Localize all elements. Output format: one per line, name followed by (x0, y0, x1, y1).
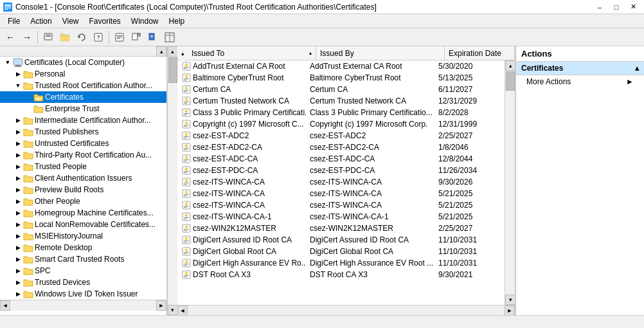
close-button[interactable]: ✕ (625, 0, 641, 14)
tree-expand-btn[interactable]: ▶ (13, 196, 23, 206)
tree-expand-btn[interactable]: ▼ (3, 57, 13, 68)
tree-expand-btn[interactable]: ▶ (13, 69, 23, 79)
tree-expand-btn[interactable]: ▶ (13, 289, 23, 299)
menu-window[interactable]: Window (126, 15, 164, 27)
sync-button[interactable] (74, 30, 89, 45)
tree-item[interactable]: ▶Trusted People (0, 161, 166, 172)
forward-button[interactable]: → (19, 30, 35, 45)
tree-expand-btn[interactable]: ▶ (13, 277, 23, 287)
tree-item[interactable]: ▶MSIEHistoryJournal (0, 230, 166, 242)
tree-item[interactable]: Enterprise Trust (0, 103, 166, 114)
tree-hscroll-right[interactable]: ► (156, 300, 166, 311)
tree-expand-btn[interactable]: ▶ (13, 138, 23, 149)
restore-button[interactable]: □ (608, 0, 625, 14)
tree-item[interactable]: ▶Intermediate Certification Author... (0, 114, 166, 126)
tree-scroll-track[interactable] (168, 57, 178, 305)
tree-scroll-thumb[interactable] (168, 57, 177, 83)
tree-expand-btn[interactable]: ▶ (13, 254, 23, 264)
export-button[interactable] (129, 30, 144, 45)
tree-item[interactable]: ▶SPC (0, 265, 166, 277)
cert-scroll-track[interactable] (505, 71, 515, 295)
tree-scroll-up-btn[interactable]: ▴ (156, 46, 166, 57)
tree-hscroll-track[interactable] (10, 300, 156, 311)
cert-scroll-up[interactable]: ▴ (505, 60, 515, 71)
menu-help[interactable]: Help (164, 15, 190, 27)
tree-scroll-up[interactable]: ▴ (168, 46, 178, 57)
tree-item[interactable]: ▼Trusted Root Certification Author... (0, 80, 166, 91)
properties-button[interactable] (112, 30, 127, 45)
tree-item[interactable]: ▶Client Authentication Issuers (0, 172, 166, 184)
tree-item[interactable]: ▶Remote Desktop (0, 242, 166, 253)
cert-list[interactable]: AddTrust External CA Root AddTrust Exter… (177, 60, 505, 305)
tree-expand-btn[interactable]: ▶ (13, 150, 23, 160)
tree-expand-btn[interactable]: ▶ (13, 219, 23, 230)
tree-hscroll-left[interactable]: ◄ (0, 300, 10, 311)
cert-row[interactable]: csez-ITS-WINCA-CA csez-ITS-WINCA-CA 5/21… (177, 188, 505, 199)
menu-view[interactable]: View (57, 15, 84, 27)
cert-row[interactable]: csez-ITS-WINCA-CA csez-ITS-WINCA-CA 5/21… (177, 199, 505, 211)
tree-expand-btn[interactable]: ▶ (13, 115, 23, 125)
info-button[interactable] (145, 30, 161, 45)
tree-item[interactable]: Certificates (0, 91, 166, 103)
cert-row[interactable]: DST Root CA X3 DST Root CA X3 9/30/2021 (177, 269, 505, 280)
tree-item[interactable]: ▶Trusted Publishers (0, 126, 166, 138)
cert-hscroll-track[interactable] (188, 305, 505, 316)
table-button[interactable] (162, 30, 177, 45)
cert-row[interactable]: Baltimore CyberTrust Root Baltimore Cybe… (177, 72, 505, 84)
cert-row[interactable]: csez-EST-ADC2-CA csez-EST-ADC2-CA 1/8/20… (177, 141, 505, 153)
cert-row[interactable]: csez-EST-ADC2 csez-EST-ADC2 2/25/2027 (177, 130, 505, 141)
cert-hscroll-right[interactable]: ► (505, 305, 515, 316)
cert-row[interactable]: Certum CA Certum CA 6/11/2027 (177, 84, 505, 95)
back-button[interactable]: ← (3, 30, 18, 45)
cert-scroll-thumb[interactable] (506, 71, 515, 91)
actions-section-certs[interactable]: Certificates ▴ (516, 62, 644, 75)
cert-row[interactable]: DigiCert Global Root CA DigiCert Global … (177, 246, 505, 257)
cert-row[interactable]: csez-ITS-WINCA-CA csez-ITS-WINCA-CA 9/30… (177, 176, 505, 188)
cert-row[interactable]: csez-ITS-WINCA-CA-1 csez-ITS-WINCA-CA-1 … (177, 211, 505, 223)
tree-expand-btn[interactable]: ▶ (13, 173, 23, 183)
cert-hscroll-left[interactable]: ◄ (177, 305, 188, 316)
open-button[interactable] (57, 30, 73, 45)
tree-item[interactable]: ▶Smart Card Trusted Roots (0, 253, 166, 265)
cert-row[interactable]: DigiCert Assured ID Root CA DigiCert Ass… (177, 234, 505, 246)
col-header-issued-to[interactable]: Issued To ▴ (188, 46, 316, 60)
cert-row[interactable]: csez-WIN2K12MASTER csez-WIN2K12MASTER 2/… (177, 223, 505, 234)
tree-item[interactable]: ▶Preview Build Roots (0, 184, 166, 196)
tree-expand-btn[interactable]: ▶ (13, 185, 23, 195)
tree-scroll-down[interactable]: ▾ (168, 305, 178, 315)
up-button[interactable] (40, 30, 56, 45)
menu-favorites[interactable]: Favorites (84, 15, 126, 27)
col-header-issued-by[interactable]: Issued By (316, 46, 445, 60)
tree-item[interactable]: ▶Other People (0, 196, 166, 207)
cert-row[interactable]: Class 3 Public Primary Certificati... Cl… (177, 107, 505, 118)
tree-expand-btn[interactable]: ▶ (13, 208, 23, 218)
tree-expand-btn[interactable]: ▼ (13, 80, 23, 91)
tree-expand-btn[interactable]: ▶ (13, 127, 23, 137)
cert-row[interactable]: AddTrust External CA Root AddTrust Exter… (177, 60, 505, 72)
tree-expand-btn[interactable]: ▶ (13, 242, 23, 253)
tree-item[interactable]: ▶Untrusted Certificates (0, 138, 166, 149)
menu-action[interactable]: Action (25, 15, 57, 27)
tree-item[interactable]: ▶Trusted Devices (0, 277, 166, 288)
col-scroll-up[interactable]: ▴ (181, 46, 184, 60)
col-header-expiration[interactable]: Expiration Date (445, 46, 515, 60)
tree-item[interactable]: ▼Certificates (Local Computer) (0, 57, 166, 68)
tree-expand-btn[interactable]: ▶ (13, 161, 23, 172)
tree-item[interactable]: ▶Local NonRemovable Certificates... (0, 219, 166, 230)
tree-item[interactable]: ▶Windows Live ID Token Issuer (0, 288, 166, 300)
tree-expand-btn[interactable]: ▶ (13, 266, 23, 276)
cert-row[interactable]: csez-EST-ADC-CA csez-EST-ADC-CA 12/8/204… (177, 153, 505, 165)
tree-item[interactable]: ▶Personal (0, 68, 166, 80)
cert-row[interactable]: csez-EST-PDC-CA csez-EST-PDC-CA 11/26/20… (177, 165, 505, 176)
cert-row[interactable]: Certum Trusted Network CA Certum Trusted… (177, 95, 505, 107)
cert-row[interactable]: DigiCert High Assurance EV Ro... DigiCer… (177, 257, 505, 269)
cert-row[interactable]: Copyright (c) 1997 Microsoft C... Copyri… (177, 118, 505, 130)
minimize-button[interactable]: – (591, 0, 608, 14)
cert-scroll-down[interactable]: ▾ (505, 295, 515, 305)
tree-expand-btn[interactable]: ▶ (13, 231, 23, 241)
tree-item[interactable]: ▶Third-Party Root Certification Au... (0, 149, 166, 161)
help1-button[interactable]: ? (91, 30, 106, 45)
tree-item[interactable]: ▶Homegroup Machine Certificates... (0, 207, 166, 219)
actions-more-actions[interactable]: More Actions ► (516, 75, 644, 88)
menu-file[interactable]: File (3, 15, 25, 27)
